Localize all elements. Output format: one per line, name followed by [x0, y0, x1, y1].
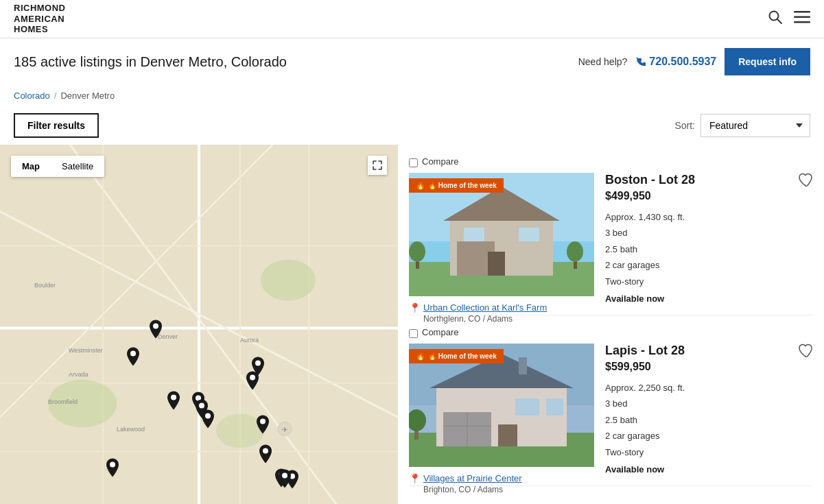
listings-title: 185 active listings in Denver Metro, Col… — [14, 54, 287, 70]
card-image-wrap-2: 🔥 🔥 Home of the week 📍 Villages at Prair… — [409, 344, 594, 467]
listing-card: Compare — [409, 145, 813, 315]
location-line-2: 📍 Villages at Prairie Center Brighton, C… — [409, 472, 594, 494]
map-expand-button[interactable] — [368, 156, 387, 175]
svg-point-34 — [205, 413, 211, 419]
compare-label-1[interactable]: Compare — [422, 156, 458, 167]
card-title-2: Lapis - Lot 28 — [605, 344, 685, 358]
map-tabs: Map Satellite — [11, 156, 104, 177]
community-link-1[interactable]: Urban Collection at Karl's Farm — [423, 302, 547, 313]
svg-rect-52 — [519, 228, 539, 241]
compare-checkbox-1[interactable] — [409, 158, 418, 167]
menu-icon[interactable] — [794, 11, 810, 27]
map-tab-satellite[interactable]: Satellite — [51, 156, 104, 177]
svg-rect-3 — [794, 16, 810, 19]
sqft-1: Approx. 1,430 sq. ft. — [605, 209, 813, 225]
card-status-1: Available now — [605, 293, 813, 304]
compare-row-1: Compare — [409, 156, 813, 167]
listings-panel: Compare — [398, 145, 824, 504]
card-status-2: Available now — [605, 464, 813, 475]
svg-point-56 — [567, 241, 583, 262]
svg-point-33 — [199, 403, 204, 409]
map-tab-map[interactable]: Map — [11, 156, 51, 177]
phone-number: 720.500.5937 — [649, 56, 716, 68]
svg-text:Denver: Denver — [158, 333, 178, 340]
card-body-1: 🔥 🔥 Home of the week 📍 Urban Collection … — [409, 173, 813, 304]
main-content: Map Satellite — [0, 145, 824, 504]
top-bar: 185 active listings in Denver Metro, Col… — [0, 38, 824, 85]
svg-rect-51 — [464, 228, 484, 241]
svg-rect-62 — [519, 357, 527, 374]
heart-icon-2 — [798, 344, 813, 357]
header: RICHMOND AMERICAN HOMES — [0, 0, 824, 38]
map-svg: Boulder Denver Lakewood Aurora Arvada We… — [0, 145, 398, 504]
card-details-2: Lapis - Lot 28 $599,950 Approx. 2,250 sq… — [605, 344, 813, 475]
card-price-1: $499,950 — [605, 190, 695, 202]
badge-1: 🔥 🔥 Home of the week — [409, 178, 504, 193]
card-specs-2: Approx. 2,250 sq. ft. 3 bed 2.5 bath 2 c… — [605, 380, 813, 460]
favorite-btn-1[interactable] — [798, 173, 813, 190]
card-image-1[interactable]: 🔥 🔥 Home of the week — [409, 173, 594, 296]
header-icons — [768, 10, 810, 28]
svg-text:Arvada: Arvada — [69, 371, 89, 378]
breadcrumb-state[interactable]: Colorado — [14, 91, 50, 101]
location-line-1: 📍 Urban Collection at Karl's Farm Northg… — [409, 302, 594, 324]
card-specs-1: Approx. 1,430 sq. ft. 3 bed 2.5 bath 2 c… — [605, 209, 813, 289]
svg-point-54 — [409, 241, 425, 262]
location-icon-2: 📍 — [409, 473, 421, 484]
svg-text:Aurora: Aurora — [240, 337, 259, 344]
logo-line2: AMERICAN — [14, 14, 66, 25]
svg-rect-66 — [498, 424, 517, 446]
badge-2: 🔥 🔥 Home of the week — [409, 349, 504, 363]
bed-1: 3 bed — [605, 225, 813, 241]
need-help-label: Need help? — [578, 56, 628, 67]
svg-point-19 — [216, 414, 264, 448]
svg-point-31 — [171, 395, 176, 400]
svg-point-27 — [153, 324, 158, 329]
svg-line-1 — [777, 19, 781, 23]
logo-line3: HOMES — [14, 24, 66, 35]
svg-text:✈: ✈ — [282, 426, 287, 433]
svg-rect-2 — [794, 11, 810, 13]
stories-1: Two-story — [605, 274, 813, 289]
card-image-wrap-1: 🔥 🔥 Home of the week 📍 Urban Collection … — [409, 173, 594, 296]
card-title-1: Boston - Lot 28 — [605, 173, 695, 187]
help-section: Need help? 720.500.5937 Request info — [578, 48, 810, 75]
location-sub-1: Northglenn, CO / Adams — [423, 314, 547, 324]
svg-point-30 — [250, 375, 255, 381]
compare-label-2[interactable]: Compare — [422, 327, 458, 337]
svg-rect-67 — [515, 398, 539, 416]
bed-2: 3 bed — [605, 396, 813, 411]
bath-1: 2.5 bath — [605, 241, 813, 257]
card-image-2[interactable]: 🔥 🔥 Home of the week — [409, 344, 594, 467]
svg-rect-50 — [488, 252, 505, 276]
card-body-2: 🔥 🔥 Home of the week 📍 Villages at Prair… — [409, 344, 813, 475]
request-info-button[interactable]: Request info — [725, 48, 810, 75]
logo: RICHMOND AMERICAN HOMES — [14, 3, 66, 35]
card-price-2: $599,950 — [605, 361, 685, 373]
svg-point-40 — [282, 473, 287, 479]
community-link-2[interactable]: Villages at Prairie Center — [423, 473, 522, 483]
svg-rect-4 — [794, 21, 810, 23]
toolbar: Filter results Sort: Featured Price: Low… — [0, 106, 824, 145]
sort-select[interactable]: Featured Price: Low to High Price: High … — [701, 114, 810, 137]
breadcrumb: Colorado / Denver Metro — [0, 85, 824, 106]
favorite-btn-2[interactable] — [798, 344, 813, 361]
svg-point-38 — [263, 448, 268, 454]
bath-2: 2.5 bath — [605, 412, 813, 428]
svg-text:Westminster: Westminster — [69, 347, 103, 354]
heart-icon-1 — [798, 173, 813, 187]
garage-1: 2 car garages — [605, 257, 813, 273]
breadcrumb-separator: / — [54, 91, 57, 101]
map-container: Map Satellite — [0, 145, 398, 504]
filter-results-button[interactable]: Filter results — [14, 113, 99, 138]
search-icon[interactable] — [768, 10, 783, 28]
phone-link[interactable]: 720.500.5937 — [635, 56, 716, 68]
svg-point-18 — [261, 260, 316, 301]
compare-checkbox-2[interactable] — [409, 329, 418, 338]
logo-line1: RICHMOND — [14, 3, 66, 14]
svg-point-35 — [260, 419, 266, 424]
listing-card-2: Compare — [409, 315, 813, 486]
svg-point-39 — [110, 462, 115, 468]
stories-2: Two-story — [605, 444, 813, 460]
card-details-1: Boston - Lot 28 $499,950 Approx. 1,430 s… — [605, 173, 813, 304]
